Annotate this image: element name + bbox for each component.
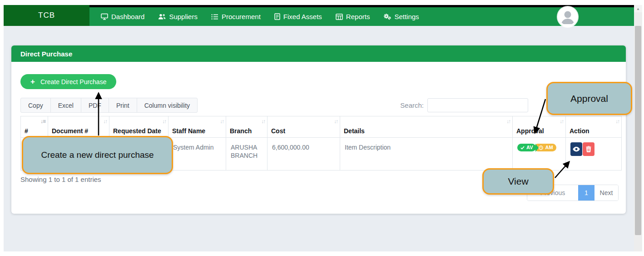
approval-badge-av: AV (517, 144, 536, 151)
column-header-cost[interactable]: ↓↑Cost (268, 116, 340, 138)
search-input[interactable] (427, 98, 528, 112)
sort-amount-icon[interactable]: ↓≡ (40, 119, 45, 125)
column-header-action[interactable]: ↓↑Action (566, 116, 622, 138)
nav-menu: Dashboard Suppliers Procurement Fixed As… (89, 5, 634, 26)
panel-title: Direct Purchase (11, 45, 626, 62)
approval-annotation-callout: Approval (546, 82, 632, 115)
view-button[interactable] (570, 142, 582, 156)
nav-item-fixed-assets[interactable]: Fixed Assets (274, 13, 322, 20)
sort-icon[interactable]: ↓↑ (220, 119, 223, 125)
ledger-icon (274, 13, 280, 20)
cell-branch: ARUSHA BRANCH (226, 138, 268, 171)
cell-cost: 6,600,000.00 (268, 138, 340, 171)
plus-icon: + (30, 78, 35, 85)
scroll-up-button[interactable]: ▲ (634, 5, 642, 12)
print-button[interactable]: Print (109, 98, 137, 113)
user-avatar[interactable] (558, 7, 578, 27)
next-page-button[interactable]: Next (594, 185, 618, 201)
search-label: Search: (400, 101, 424, 109)
sort-icon[interactable]: ↓↑ (615, 119, 619, 125)
app-window: TCB Dashboard Suppliers Procurement (0, 0, 644, 256)
column-header-staff-name[interactable]: ↓↑Staff Name (168, 116, 226, 138)
column-header-document[interactable]: ↓↑Document # (48, 116, 109, 138)
table-header-row: ↓≡# ↓↑Document # ↓↑Requested Date ↓↑Staf… (21, 116, 622, 138)
nav-item-reports[interactable]: Reports (336, 13, 370, 20)
cell-details: Item Description (340, 138, 513, 171)
page-1-button[interactable]: 1 (578, 185, 594, 201)
sort-icon[interactable]: ↓↑ (560, 119, 563, 125)
clock-icon (539, 146, 543, 150)
approval-badges: AV AM (517, 144, 561, 151)
users-icon (158, 13, 166, 20)
vertical-scrollbar[interactable]: ▲ (634, 5, 642, 251)
column-header-details[interactable]: ↓↑Details (340, 116, 513, 138)
cell-staff-name: System Admin (168, 138, 226, 171)
cogs-icon (383, 13, 391, 20)
delete-button[interactable] (583, 142, 594, 156)
search-control: Search: (400, 98, 528, 112)
view-annotation-callout: View (482, 168, 554, 195)
monitor-icon (101, 13, 108, 20)
column-header-number[interactable]: ↓≡# (21, 116, 48, 138)
column-header-approval[interactable]: ↓↑Approval (513, 116, 566, 138)
sort-icon[interactable]: ↓↑ (261, 119, 265, 125)
action-buttons (570, 142, 617, 156)
brand-logo[interactable]: TCB (4, 5, 89, 26)
nav-item-dashboard[interactable]: Dashboard (101, 13, 144, 20)
create-annotation-callout: Create a new direct purchase (22, 136, 173, 174)
check-icon (520, 146, 525, 150)
sort-icon[interactable]: ↓↑ (103, 119, 107, 125)
top-navbar: TCB Dashboard Suppliers Procurement (4, 5, 634, 26)
nav-item-settings[interactable]: Settings (383, 13, 419, 20)
eye-icon (573, 146, 580, 152)
column-visibility-button[interactable]: Column visibility (137, 98, 198, 113)
sort-icon[interactable]: ↓↑ (162, 119, 166, 125)
scrollbar-thumb[interactable] (635, 26, 641, 235)
sort-icon[interactable]: ↓↑ (506, 119, 510, 125)
nav-item-procurement[interactable]: Procurement (211, 13, 261, 20)
create-direct-purchase-button[interactable]: + Create Direct Purchase (20, 74, 116, 89)
excel-button[interactable]: Excel (50, 98, 81, 113)
table-icon (336, 14, 343, 20)
export-button-group: Copy Excel PDF Print Column visibility (20, 98, 198, 113)
column-header-requested-date[interactable]: ↓↑Requested Date (109, 116, 168, 138)
cell-approval: AV AM (513, 138, 566, 171)
list-icon (211, 14, 218, 20)
copy-button[interactable]: Copy (20, 98, 51, 113)
column-header-branch[interactable]: ↓↑Branch (226, 116, 268, 138)
sort-icon[interactable]: ↓↑ (334, 119, 337, 125)
pdf-button[interactable]: PDF (81, 98, 109, 113)
nav-item-suppliers[interactable]: Suppliers (158, 13, 198, 20)
cell-action (566, 138, 622, 171)
trash-icon (586, 146, 591, 152)
table-info: Showing 1 to 1 of 1 entries (20, 176, 101, 183)
